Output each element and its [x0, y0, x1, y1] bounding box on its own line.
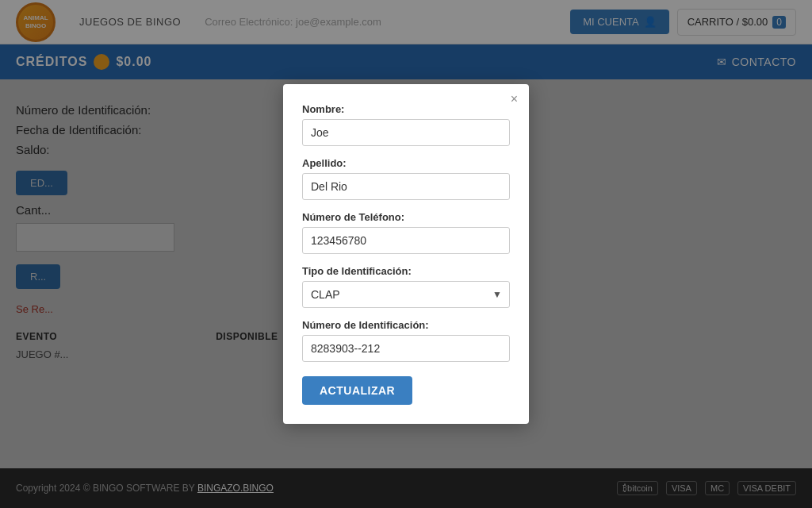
telefono-label: Número de Teléfono: [302, 211, 510, 223]
tipo-id-field-group: Tipo de Identificación: CLAP Cédula Pasa… [302, 265, 510, 308]
apellido-field-group: Apellido: [302, 157, 510, 200]
tipo-id-select[interactable]: CLAP Cédula Pasaporte RIF [302, 281, 510, 308]
tipo-id-label: Tipo de Identificación: [302, 265, 510, 277]
nombre-label: Nombre: [302, 103, 510, 115]
apellido-input[interactable] [302, 173, 510, 200]
telefono-field-group: Número de Teléfono: [302, 211, 510, 254]
modal-close-button[interactable]: × [511, 92, 518, 106]
modal-overlay: × Nombre: Apellido: Número de Teléfono: … [0, 0, 812, 508]
apellido-label: Apellido: [302, 157, 510, 169]
tipo-id-select-wrapper: CLAP Cédula Pasaporte RIF ▼ [302, 281, 510, 308]
numero-id-label: Número de Identificación: [302, 319, 510, 331]
edit-profile-modal: × Nombre: Apellido: Número de Teléfono: … [283, 84, 529, 424]
actualizar-button[interactable]: ACTUALIZAR [302, 376, 412, 405]
numero-id-input[interactable] [302, 335, 510, 362]
nombre-input[interactable] [302, 119, 510, 146]
nombre-field-group: Nombre: [302, 103, 510, 146]
telefono-input[interactable] [302, 227, 510, 254]
numero-id-field-group: Número de Identificación: [302, 319, 510, 362]
